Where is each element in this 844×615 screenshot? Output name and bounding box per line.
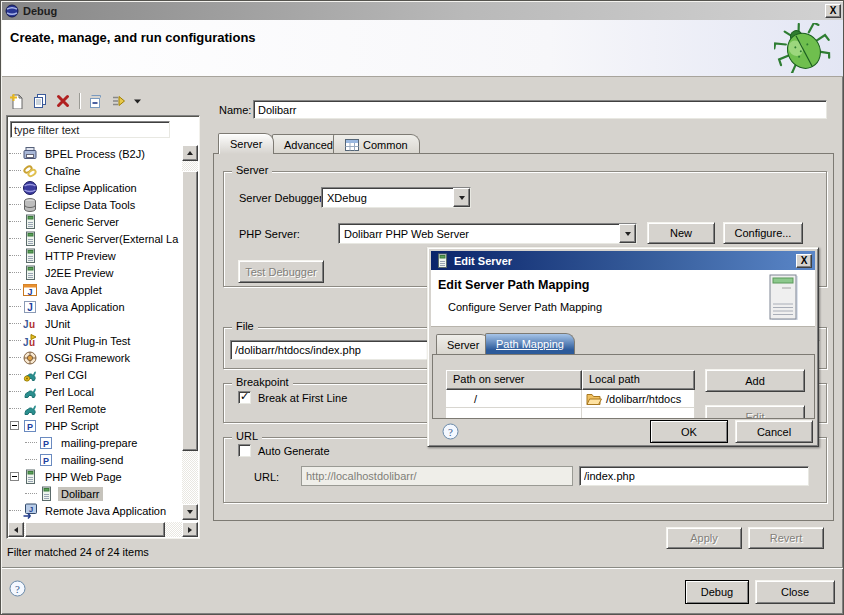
chain-icon [22,163,38,179]
scroll-right-button[interactable] [182,522,198,537]
tree-vertical-scrollbar[interactable] [182,145,198,520]
config-tree: BPEL Process (B2J)ChaîneEclipse Applicat… [9,145,182,521]
filter-input[interactable] [10,121,170,138]
php-icon: P [22,418,38,434]
column-header-path-on-server[interactable]: Path on server [446,370,582,390]
scroll-down-button[interactable] [182,504,198,520]
dialog-tab-path-mapping[interactable]: Path Mapping [485,333,575,354]
svg-text:J: J [27,286,32,296]
combo-arrow-icon[interactable] [453,188,470,207]
url-base-input [301,466,573,486]
url-label: URL: [254,471,279,483]
combo-arrow-icon[interactable] [619,224,636,243]
cancel-button[interactable]: Cancel [735,420,813,443]
svg-text:P: P [43,439,49,449]
horizontal-scroll-thumb[interactable] [25,522,165,537]
auto-generate-checkbox[interactable] [238,444,251,457]
debug-configurations-window: Debug X Create, manage, and run configur… [0,0,844,615]
tree-item-label: Dolibarr [58,487,103,501]
tree-item-perl-local[interactable]: Perl Local [9,383,182,400]
column-header-local-path[interactable]: Local path [582,370,695,390]
breakpoint-group-label: Breakpoint [232,376,293,388]
server-icon [22,231,38,247]
test-debugger-button[interactable]: Test Debugger [238,260,324,283]
tree-item-php-script[interactable]: PPHP Script [9,417,182,434]
new-server-button[interactable]: New [647,222,715,244]
tree-item-junit-plug-in-test[interactable]: JuJUnit Plug-in Test [9,332,182,349]
delete-button[interactable] [53,92,73,110]
filter-button[interactable] [109,92,129,110]
scroll-left-button[interactable] [8,522,24,537]
svg-text:?: ? [15,583,20,595]
tab-server[interactable]: Server [218,133,274,154]
tree-item-java-application[interactable]: JJava Application [9,298,182,315]
tree-item-java-applet[interactable]: JJava Applet [9,281,182,298]
close-button[interactable]: Close [755,580,835,604]
svg-text:J: J [23,337,29,348]
ok-button[interactable]: OK [650,420,728,443]
tree-toolbar [7,91,144,111]
tab-common[interactable]: Common [333,134,420,154]
tree-item-perl-remote[interactable]: Perl Remote [9,400,182,417]
edit-server-titlebar[interactable]: Edit Server X [431,251,815,270]
server-debugger-value: XDebug [322,192,453,204]
tab-advanced-label: Advanced [284,139,333,151]
svg-text:P: P [27,422,33,432]
menu-dropdown-button[interactable] [132,92,144,110]
php-server-combo[interactable]: Dolibarr PHP Web Server [338,223,637,244]
dialog-help-icon[interactable]: ? [442,423,459,440]
new-config-button[interactable] [7,92,27,110]
tree-item-label: J2EE Preview [42,266,116,280]
server-debugger-combo[interactable]: XDebug [321,187,471,208]
tree-item-bpel-process-b2j[interactable]: BPEL Process (B2J) [9,145,182,162]
collapse-expander-icon[interactable] [10,421,19,430]
url-path-input[interactable] [579,466,809,486]
collapse-all-button[interactable] [86,92,106,110]
vertical-scroll-thumb[interactable] [182,171,198,451]
tree-item-junit[interactable]: JuJUnit [9,315,182,332]
server-icon [22,214,38,230]
tree-horizontal-scrollbar[interactable] [8,522,198,537]
apply-button[interactable]: Apply [666,527,742,549]
window-titlebar[interactable]: Debug X [2,2,844,20]
tree-item-cha-ne[interactable]: Chaîne [9,162,182,179]
edit-mapping-button[interactable]: Edit [705,405,805,419]
duplicate-icon [32,93,48,109]
tree-item-mailing-prepare[interactable]: Pmailing-prepare [9,434,182,451]
tree-item-http-preview[interactable]: HTTP Preview [9,247,182,264]
name-input[interactable] [253,100,827,119]
tree-item-j2ee-preview[interactable]: J2EE Preview [9,264,182,281]
break-first-line-checkbox[interactable] [238,391,251,404]
collapse-expander-icon[interactable] [10,472,19,481]
edit-server-dialog: Edit Server X Edit Server Path Mapping C… [427,247,819,447]
debug-button[interactable]: Debug [685,580,749,604]
help-icon[interactable]: ? [9,580,26,597]
server-icon [22,265,38,281]
filter-icon [111,93,127,109]
mapping-row[interactable]: //dolibarr/htdocs [446,390,695,408]
tree-item-remote-java-application[interactable]: JRemote Java Application [9,502,182,519]
local-path-cell: /dolibarr/htdocs [582,390,695,408]
tree-item-perl-cgi[interactable]: Perl CGI [9,366,182,383]
scroll-up-button[interactable] [182,145,198,161]
tree-item-eclipse-application[interactable]: Eclipse Application [9,179,182,196]
tree-item-eclipse-data-tools[interactable]: Eclipse Data Tools [9,196,182,213]
configure-server-button[interactable]: Configure... [723,222,803,244]
banner-title: Create, manage, and run configurations [10,30,256,45]
window-close-button[interactable]: X [825,4,841,18]
tree-item-label: Perl Local [42,385,97,399]
edit-server-subheading: Configure Server Path Mapping [448,301,602,313]
tree-item-osgi-framework[interactable]: OSGi Framework [9,349,182,366]
tree-item-generic-server[interactable]: Generic Server [9,213,182,230]
tree-item-php-web-page[interactable]: PHP Web Page [9,468,182,485]
add-mapping-button[interactable]: Add [705,369,805,392]
server-icon [434,253,450,269]
tree-item-label: Generic Server(External La [42,232,181,246]
tree-item-dolibarr[interactable]: Dolibarr [9,485,182,502]
duplicate-button[interactable] [30,92,50,110]
tree-item-generic-server-external-la[interactable]: Generic Server(External La [9,230,182,247]
revert-button[interactable]: Revert [748,527,824,549]
dialog-tab-server[interactable]: Server [436,334,490,354]
tree-item-mailing-send[interactable]: Pmailing-send [9,451,182,468]
edit-server-close-button[interactable]: X [796,254,812,268]
